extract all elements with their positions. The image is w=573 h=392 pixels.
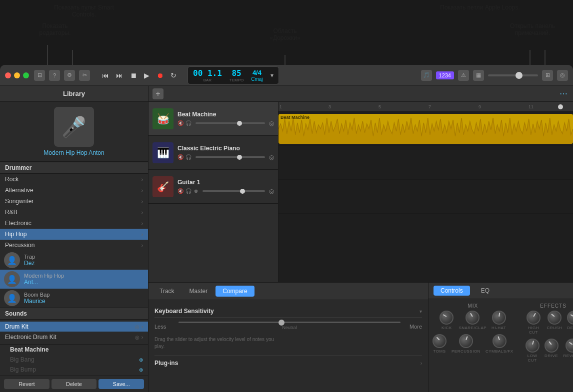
sound-big-bang[interactable]: Big Bang ⊕ [0, 355, 148, 365]
track-beat-machine[interactable]: 🥁 Beat Machine 🔇 🎧 ◎ [148, 102, 278, 136]
cymbals-knob[interactable] [492, 334, 506, 348]
cpu-icon[interactable]: ▦ [473, 70, 484, 81]
time-display[interactable]: 00 1.1 BAR 85 TEMPO 4/4 Cmaj ▾ [188, 66, 279, 84]
loops-icon[interactable]: ◎ [557, 70, 568, 81]
drummer-trap[interactable]: 👤 Trap Dez [0, 251, 148, 270]
category-songwriter[interactable]: Songwriter › [0, 196, 148, 207]
knob-kick: KICK [440, 311, 454, 330]
add-track-button[interactable]: + [152, 88, 164, 99]
grid-icon[interactable]: ⊞ [542, 70, 553, 81]
help-icon[interactable]: ? [49, 70, 60, 81]
bottom-panel: Track Master Compare Keyboard Sensitivit… [148, 282, 573, 392]
close-button[interactable] [5, 72, 11, 78]
smart-controls-icon[interactable]: ⚙ [64, 70, 75, 81]
reverb-knob[interactable] [566, 339, 573, 353]
record-enable-icon[interactable]: ⏺ [194, 188, 198, 194]
download-icon[interactable]: ⊕ [139, 357, 143, 363]
headphone-icon[interactable]: 🎧 [186, 120, 192, 126]
mixer-tab-eq[interactable]: EQ [474, 286, 496, 296]
plugins-row[interactable]: Plug-ins › [154, 355, 422, 371]
headphone-icon[interactable]: 🎧 [186, 188, 192, 194]
sound-beat-machine[interactable]: Beat Machine [0, 345, 148, 355]
category-electronic[interactable]: Electronic › [0, 218, 148, 229]
rewind-button[interactable]: ⏮ [100, 70, 111, 80]
library-icon[interactable]: ⊟ [34, 70, 45, 81]
delay-knob[interactable] [567, 311, 573, 325]
piano-row[interactable] [278, 146, 573, 180]
bar-value: 00 1.1 [193, 68, 222, 78]
track-fader-piano[interactable] [196, 156, 265, 158]
tab-track[interactable]: Track [152, 286, 182, 297]
percussion-knob[interactable] [459, 334, 473, 348]
drummer-boombap[interactable]: 👤 Boom Bap Maurice [0, 289, 148, 308]
beat-machine-clip[interactable]: Beat Machine // Generate waveform-like p… [278, 114, 573, 144]
window-controls[interactable] [5, 72, 29, 78]
mute-icon[interactable]: 🔇 [178, 120, 184, 126]
keyboard-sensitivity-slider[interactable]: Neutral [178, 322, 400, 323]
category-alternative[interactable]: Alternative › [0, 185, 148, 196]
crush-label: CRUSH [546, 326, 562, 330]
stop-button[interactable]: ⏹ [128, 70, 139, 80]
beat-machine-row[interactable]: Beat Machine // Generate waveform-like p… [278, 112, 573, 146]
category-rnb[interactable]: R&B › [0, 207, 148, 218]
maximize-button[interactable] [23, 72, 29, 78]
annotation-lines [0, 0, 573, 65]
tab-compare[interactable]: Compare [216, 286, 254, 297]
keyboard-sensitivity-section: Keyboard Sensitivity ▾ Less Neutral [154, 305, 422, 350]
mute-icon[interactable]: 🔇 [178, 188, 184, 194]
output-icon[interactable]: ◎ [269, 120, 274, 127]
guitar-row[interactable] [278, 180, 573, 214]
track-name-guitar: Guitar 1 [178, 179, 274, 186]
knob-hihat: HI-HAT [492, 311, 506, 330]
headphone-icon[interactable]: 🎧 [186, 154, 192, 160]
tab-master[interactable]: Master [182, 286, 215, 297]
delete-button[interactable]: Delete [52, 379, 97, 389]
time-sig-dropdown[interactable]: ▾ [270, 72, 274, 79]
snare-knob[interactable] [466, 311, 480, 325]
revert-button[interactable]: Revert [4, 379, 50, 389]
scissors-icon[interactable]: ✂ [79, 70, 90, 81]
mute-icon[interactable]: 🔇 [178, 154, 184, 160]
track-guitar[interactable]: 🎸 Guitar 1 🔇 🎧 ⏺ ◎ [148, 170, 278, 204]
low-cut-knob[interactable] [526, 339, 540, 353]
track-options-icon[interactable]: ⋯ [558, 88, 569, 99]
toms-knob[interactable] [432, 334, 446, 348]
track-fader-beat[interactable] [196, 122, 265, 124]
fader-knob [237, 155, 242, 160]
mixer-tab-controls[interactable]: Controls [434, 286, 470, 296]
section-header-sensitivity[interactable]: Keyboard Sensitivity ▾ [154, 305, 422, 318]
sound-big-bump[interactable]: Big Bump ⊕ [0, 365, 148, 375]
kit-electronic[interactable]: Electronic Drum Kit ◎ › [0, 332, 148, 342]
crush-knob[interactable] [548, 311, 562, 325]
main-content: Library 🎤 Modern Hip Hop Anton Drummer R… [0, 86, 573, 392]
mix-title: MIX [432, 303, 514, 309]
cycle-button[interactable]: ↻ [168, 70, 178, 80]
output-icon[interactable]: ◎ [269, 188, 274, 195]
category-percussion[interactable]: Percussion › [0, 240, 148, 251]
hihat-knob[interactable] [492, 311, 506, 325]
warning-icon[interactable]: ⚠ [458, 70, 469, 81]
category-hiphop[interactable]: Hip Hop › [0, 229, 148, 240]
kick-knob[interactable] [440, 311, 454, 325]
save-button[interactable]: Save... [98, 379, 144, 389]
record-button[interactable]: ⏺ [154, 70, 166, 80]
minimize-button[interactable] [14, 72, 20, 78]
track-controls-guitar: 🔇 🎧 ⏺ ◎ [178, 188, 274, 195]
drummer-hiphop[interactable]: 👤 Modern Hip Hop Ant... [0, 270, 148, 289]
output-icon[interactable]: ◎ [269, 154, 274, 161]
drive-knob[interactable] [544, 339, 558, 353]
track-fader-guitar[interactable] [202, 190, 265, 192]
master-volume[interactable] [488, 74, 538, 76]
mix-row-1: KICK SNARE/CLAP HI-HAT [432, 311, 514, 330]
smart-controls-annotation: Показать пульт Smart Controls. [54, 4, 114, 18]
category-rock[interactable]: Rock › [0, 174, 148, 185]
knob-cymbals: CYMBALS/FX [486, 334, 514, 354]
download-icon[interactable]: ⊕ [139, 367, 143, 373]
drummer-info-boombap: Boom Bap Maurice [24, 292, 50, 305]
track-electric-piano[interactable]: 🎹 Classic Electric Piano 🔇 🎧 ◎ [148, 136, 278, 170]
kit-drum[interactable]: Drum Kit ◎ › [0, 322, 148, 332]
high-cut-knob[interactable] [526, 311, 540, 325]
fast-forward-button[interactable]: ⏭ [114, 70, 125, 80]
play-button[interactable]: ▶ [142, 70, 152, 80]
tuner-icon[interactable]: 🎵 [421, 70, 432, 81]
